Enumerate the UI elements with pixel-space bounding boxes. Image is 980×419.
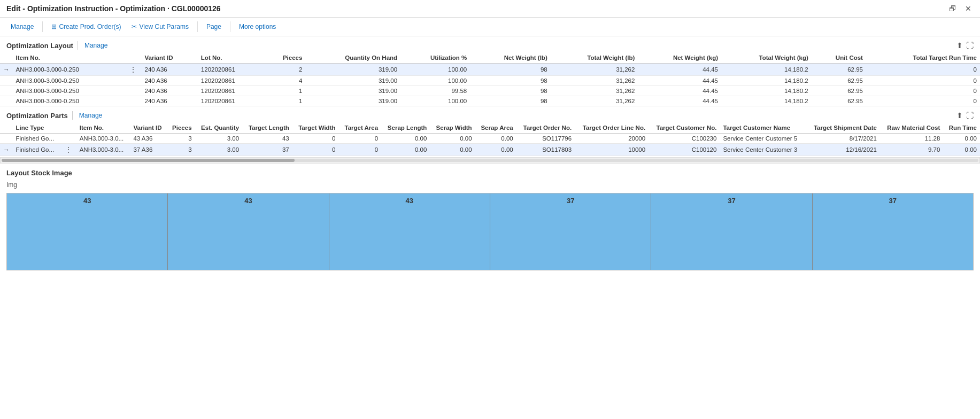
optimization-parts-icons: ⬆ ⛶: [956, 111, 974, 120]
pcol-item-no: Item No.: [76, 122, 130, 134]
prow-target-width: 0: [292, 134, 339, 144]
col-unit-cost: Unit Cost: [812, 52, 866, 64]
row-arrow: →: [0, 64, 13, 76]
row-arrow: [0, 96, 13, 106]
optimization-parts-manage-button[interactable]: Manage: [77, 111, 104, 120]
row-qty-on-hand: 319.00: [305, 86, 400, 96]
parts-table-row[interactable]: Finished Go... ANH3.000-3.0... 43 A36 3 …: [0, 134, 980, 144]
col-utilization: Utilization %: [400, 52, 470, 64]
cut-icon: ✂: [132, 23, 137, 30]
row-pieces: 4: [264, 76, 305, 86]
layout-table-row[interactable]: ANH3.000-3.000-0.250 240 A36 1202020861 …: [0, 96, 980, 106]
prow-dots-cell: [60, 134, 76, 144]
col-pieces: Pieces: [264, 52, 305, 64]
row-lot-no: 1202020861: [198, 86, 264, 96]
layout-table-row[interactable]: → ANH3.000-3.000-0.250 ⋮ 240 A36 1202020…: [0, 64, 980, 76]
expand-icon-button[interactable]: ⛶: [966, 41, 974, 50]
row-pieces: 1: [264, 96, 305, 106]
prow-pieces: 3: [167, 144, 195, 156]
row-net-weight-lb: 98: [470, 64, 550, 76]
restore-button[interactable]: 🗗: [947, 3, 959, 14]
prow-scrap-length: 0.00: [381, 144, 430, 156]
prow-target-area: 0: [339, 144, 382, 156]
optimization-layout-table-container: Item No. Variant ID Lot No. Pieces Quant…: [0, 52, 980, 106]
pcol-target-width: Target Width: [292, 122, 339, 134]
prow-scrap-area: 0.00: [475, 144, 516, 156]
parts-expand-icon-button[interactable]: ⛶: [966, 111, 974, 120]
prow-scrap-length: 0.00: [381, 134, 430, 144]
row-net-weight-kg: 44.45: [638, 96, 721, 106]
row-utilization: 100.00: [400, 96, 470, 106]
share-icon-button[interactable]: ⬆: [956, 41, 963, 50]
view-cut-params-button[interactable]: ✂ View Cut Params: [127, 21, 192, 33]
row-utilization: 100.00: [400, 64, 470, 76]
pcol-target-order-line-no: Target Order Line No.: [575, 122, 649, 134]
row-qty-on-hand: 319.00: [305, 96, 400, 106]
toolbar-separator-2: [197, 21, 198, 32]
prow-item-no: ANH3.000-3.0...: [76, 144, 130, 156]
stock-bar: 43: [7, 193, 168, 270]
row-net-weight-kg: 44.45: [638, 64, 721, 76]
row-arrow: [0, 86, 13, 96]
optimization-layout-manage-button[interactable]: Manage: [82, 41, 110, 50]
pcol-dots: [60, 122, 76, 134]
prow-target-customer-name: Service Center Customer 5: [720, 134, 806, 144]
row-item-no: ANH3.000-3.000-0.250: [13, 96, 126, 106]
row-item-no: ANH3.000-3.000-0.250: [13, 64, 126, 76]
prow-target-customer-no: C100120: [649, 144, 720, 156]
col-total-target-run-time: Total Target Run Time: [866, 52, 980, 64]
row-lot-no: 1202020861: [198, 64, 264, 76]
prow-target-order-line-no: 10000: [575, 144, 649, 156]
parts-table-body: Finished Go... ANH3.000-3.0... 43 A36 3 …: [0, 134, 980, 156]
optimization-parts-table-container: Line Type Item No. Variant ID Pieces Est…: [0, 122, 980, 156]
horizontal-scrollbar[interactable]: [0, 157, 980, 164]
row-net-weight-kg: 44.45: [638, 86, 721, 96]
row-dots-cell: [125, 96, 141, 106]
scrollbar-track: [2, 159, 978, 162]
prow-target-order-line-no: 20000: [575, 134, 649, 144]
pcol-target-area: Target Area: [339, 122, 382, 134]
row-total-target-run-time: 0: [866, 64, 980, 76]
pcol-scrap-area: Scrap Area: [475, 122, 516, 134]
pcol-arrow: [0, 122, 13, 134]
col-total-weight-kg: Total Weight (kg): [721, 52, 812, 64]
prow-target-customer-name: Service Center Customer 3: [720, 144, 806, 156]
prow-item-no: ANH3.000-3.0...: [76, 134, 130, 144]
close-button[interactable]: ✕: [963, 3, 974, 14]
parts-share-icon-button[interactable]: ⬆: [956, 111, 963, 120]
more-options-button[interactable]: More options: [235, 21, 280, 33]
page-title: Edit - Optimization Instruction - Optimi…: [6, 4, 221, 13]
prow-line-type: Finished Go...: [13, 144, 60, 156]
row-total-weight-kg: 14,180.2: [721, 86, 812, 96]
optimization-layout-title: Optimization Layout: [6, 42, 73, 50]
prow-context-menu-button[interactable]: ⋮: [64, 145, 73, 154]
layout-table-row[interactable]: ANH3.000-3.000-0.250 240 A36 1202020861 …: [0, 76, 980, 86]
row-context-menu-button[interactable]: ⋮: [128, 65, 138, 74]
prow-target-area: 0: [339, 134, 382, 144]
title-actions: 🗗 ✕: [947, 3, 974, 14]
pcol-scrap-length: Scrap Length: [381, 122, 430, 134]
col-item-no: Item No.: [13, 52, 126, 64]
layout-table-row[interactable]: ANH3.000-3.000-0.250 240 A36 1202020861 …: [0, 86, 980, 96]
row-total-weight-lb: 31,262: [551, 64, 638, 76]
stock-bar: 37: [651, 193, 812, 270]
pcol-est-qty: Est. Quantity: [195, 122, 242, 134]
row-total-target-run-time: 0: [866, 96, 980, 106]
prow-est-qty: 3.00: [195, 144, 242, 156]
row-total-target-run-time: 0: [866, 86, 980, 96]
pcol-target-shipment-date: Target Shipment Date: [806, 122, 880, 134]
row-variant-id: 240 A36: [141, 64, 197, 76]
row-total-weight-kg: 14,180.2: [721, 96, 812, 106]
col-net-weight-lb: Net Weight (lb): [470, 52, 550, 64]
img-label: Img: [0, 179, 980, 191]
prow-arrow: →: [0, 144, 13, 156]
pcol-target-customer-no: Target Customer No.: [649, 122, 720, 134]
row-total-weight-lb: 31,262: [551, 96, 638, 106]
parts-table-row[interactable]: → Finished Go... ⋮ ANH3.000-3.0... 37 A3…: [0, 144, 980, 156]
prow-est-qty: 3.00: [195, 134, 242, 144]
page-button[interactable]: Page: [202, 21, 226, 33]
create-prod-orders-button[interactable]: ⊞ Create Prod. Order(s): [47, 21, 125, 33]
manage-button[interactable]: Manage: [6, 21, 38, 33]
prow-dots-cell: ⋮: [60, 144, 76, 156]
toolbar: Manage ⊞ Create Prod. Order(s) ✂ View Cu…: [0, 18, 980, 36]
